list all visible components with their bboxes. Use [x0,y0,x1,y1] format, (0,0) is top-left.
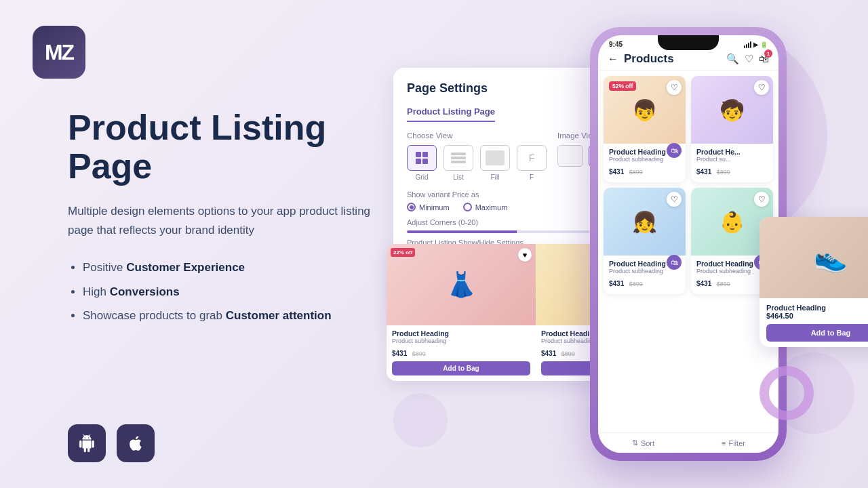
product-fav-3[interactable]: ♡ [667,192,682,207]
product-old-price-3: $899 [629,281,643,287]
product-old-price-1: $899 [629,169,643,176]
phone-mockup: 9:45 ▶ 🔋 ← Products 🔍 ♡ 🛍 [590,27,787,461]
show-variant-label: Show variant Price as [407,190,590,199]
android-badge[interactable] [68,424,106,462]
product-subheading-1: Product subheading [609,156,680,163]
back-icon[interactable]: ← [608,53,618,65]
overlay-info: Product Heading $464.50 Add to Bag [760,298,868,347]
mini-price-2: $431 [541,350,556,357]
mini-subheading-1: Product subheading [392,338,530,344]
product-price-4: $431 [696,280,711,287]
radio-minimum[interactable]: Minimum [407,203,450,211]
favorite-icon[interactable]: ♡ [745,53,753,65]
mini-fav-1[interactable]: ♥ [518,248,532,262]
sort-button[interactable]: ⇅ Sort [598,439,688,447]
signal-icon [744,41,751,48]
overlay-img: 👟 [760,217,868,298]
phone-inner: 9:45 ▶ 🔋 ← Products 🔍 ♡ 🛍 [598,35,778,453]
choose-view-label: Choose View [407,131,547,140]
product-subheading-2: Product su... [696,156,768,163]
decorative-ring [760,366,814,420]
phone-notch [658,35,719,50]
add-to-bag-button[interactable]: Add to Bag [766,324,868,342]
bullet-item-1: Positive Customer Experience [83,259,393,277]
product-cart-1[interactable]: 🛍 [667,143,682,158]
product-badge-1: 52% off [609,81,636,91]
view-option-fill[interactable]: Fill [480,145,510,181]
logo-box: MZ [33,26,85,79]
platform-badges [68,424,155,462]
mini-old-price-2: $899 [561,350,575,357]
search-icon[interactable]: 🔍 [726,53,739,65]
product-old-price-2: $899 [717,169,730,176]
product-card-1[interactable]: 👦 52% off ♡ 🛍 Product Heading Product su… [604,76,686,182]
filter-button[interactable]: ≡ Filter [688,439,778,447]
product-info-2: Product He... Product su... $431 $899 [691,144,773,182]
view-options: Grid List Fill [407,145,547,181]
mini-price-1: $431 [392,350,407,357]
settings-title: Page Settings [407,81,590,96]
product-overlay-card: 👟 ♡ Product Heading $464.50 Add to Bag [760,217,868,347]
cart-icon[interactable]: 🛍 1 [759,53,769,65]
radio-maximum[interactable]: Maximum [463,203,508,211]
product-card-3[interactable]: 👧 ♡ 🛍 Product Heading Product subheading… [604,188,686,294]
view-option-grid[interactable]: Grid [407,145,437,181]
description-text: Multiple design elements options to your… [68,202,393,240]
mini-add-btn-1[interactable]: Add to Bag [392,361,530,375]
product-fav-4[interactable]: ♡ [754,192,769,207]
product-grid: 👦 52% off ♡ 🛍 Product Heading Product su… [598,70,778,300]
main-heading: Product Listing Page [68,108,393,186]
product-fav-1[interactable]: ♡ [667,80,682,95]
logo-text: MZ [45,40,73,65]
view-option-f[interactable]: F F [517,145,547,181]
product-price-3: $431 [609,280,624,287]
bg-circle-3 [393,393,448,447]
mini-badge-1: 22% off [391,248,415,257]
mini-old-price-1: $899 [412,350,426,357]
corners-slider[interactable] [407,230,590,233]
phone-header-icons: 🔍 ♡ 🛍 1 [726,53,769,65]
mini-product-card-1[interactable]: 👗 22% off ♥ Product Heading Product subh… [387,244,536,381]
phone-header: ← Products 🔍 ♡ 🛍 1 [598,48,778,70]
product-fav-2[interactable]: ♡ [754,80,769,95]
status-time: 9:45 [609,41,623,48]
product-cart-3[interactable]: 🛍 [667,255,682,270]
mini-heading-1: Product Heading [392,329,530,338]
image-type-1[interactable] [557,145,583,167]
settings-tab[interactable]: Product Listing Page [407,106,495,122]
phone-bottom-bar: ⇅ Sort ≡ Filter [598,432,778,453]
bullet-list: Positive Customer Experience High Conver… [68,259,393,325]
product-price-1: $431 [609,168,624,176]
product-old-price-4: $899 [717,281,730,287]
phone-page-title: Products [624,52,726,66]
overlay-price: $464.50 [766,312,868,320]
product-card-2[interactable]: 🧒 ♡ Product He... Product su... $431 $89… [691,76,773,182]
bullet-item-3: Showcase products to grab Customer atten… [83,307,393,325]
product-subheading-3: Product subheading [609,268,680,274]
view-option-list[interactable]: List [443,145,473,181]
left-content: Product Listing Page Multiple design ele… [68,108,393,331]
ios-badge[interactable] [117,424,155,462]
mini-info-1: Product Heading Product subheading $431 … [387,325,536,381]
corners-label: Adjust Corners (0-20) [407,218,590,226]
product-heading-2: Product He... [696,148,768,156]
bullet-item-2: High Conversions [83,283,393,301]
product-price-2: $431 [696,168,711,176]
overlay-heading: Product Heading [766,304,868,312]
product-subheading-4: Product subheading [696,268,768,274]
radio-row: Minimum Maximum [407,203,590,211]
